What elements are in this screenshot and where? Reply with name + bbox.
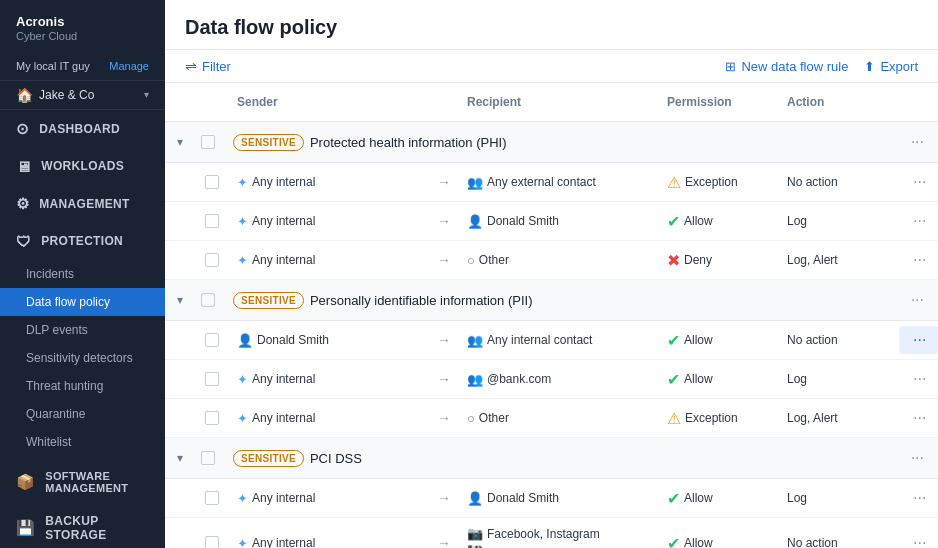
- sender-star-icon: ✦: [237, 372, 248, 387]
- sidebar-item-quarantine[interactable]: Quarantine: [0, 400, 165, 428]
- sidebar-item-dlp-events[interactable]: DLP events: [0, 316, 165, 344]
- org-name: Jake & Co: [39, 88, 138, 102]
- action-cell: Log, Alert: [779, 408, 899, 428]
- protection-label: PROTECTION: [41, 234, 123, 248]
- more-btn-cell[interactable]: ···: [899, 246, 938, 274]
- more-icon[interactable]: ···: [907, 210, 932, 232]
- badge-pii: SENSITIVE: [233, 292, 304, 309]
- checkbox[interactable]: [205, 175, 219, 189]
- deny-icon: ✖: [667, 251, 680, 270]
- exception-icon: ⚠: [667, 173, 681, 192]
- sidebar-item-management[interactable]: ⚙ MANAGEMENT: [0, 185, 165, 223]
- more-btn-cell[interactable]: ···: [899, 207, 938, 235]
- permission-cell: ⚠Exception: [659, 170, 779, 195]
- more-btn-cell[interactable]: ···: [899, 404, 938, 432]
- checkbox[interactable]: [205, 214, 219, 228]
- sidebar-item-workloads[interactable]: 🖥 WORKLOADS: [0, 148, 165, 185]
- permission-cell: ✔Allow: [659, 328, 779, 353]
- checkbox[interactable]: [205, 333, 219, 347]
- sidebar-item-whitelist[interactable]: Whitelist: [0, 428, 165, 456]
- more-icon[interactable]: ···: [907, 249, 932, 271]
- arrow-cell: →: [429, 407, 459, 429]
- checkbox[interactable]: [205, 372, 219, 386]
- more-icon[interactable]: ···: [905, 447, 930, 469]
- filter-button[interactable]: ⇌ Filter: [185, 58, 231, 74]
- recipient-group-icon: 👥: [467, 175, 483, 190]
- sidebar-item-software-management[interactable]: 📦 SOFTWARE MANAGEMENT: [0, 460, 165, 504]
- org-selector[interactable]: 🏠 Jake & Co ▾: [0, 81, 165, 110]
- more-pii-group[interactable]: ···: [898, 286, 938, 314]
- sidebar-item-backup-storage[interactable]: 💾 BACKUP STORAGE: [0, 504, 165, 548]
- more-pci-group[interactable]: ···: [898, 444, 938, 472]
- recipient-cell: ○Other: [459, 408, 659, 429]
- table-container: Sender Recipient Permission Action ▾ SEN…: [165, 83, 938, 548]
- management-icon: ⚙: [16, 195, 29, 213]
- sidebar-item-incidents[interactable]: Incidents: [0, 260, 165, 288]
- more-icon[interactable]: ···: [907, 487, 932, 509]
- recipient-other-icon: ○: [467, 411, 475, 426]
- more-icon[interactable]: ···: [907, 407, 932, 429]
- check-pci[interactable]: [193, 448, 225, 468]
- dashboard-icon: ⊙: [16, 120, 29, 138]
- sidebar-item-protection[interactable]: 🛡 PROTECTION: [0, 223, 165, 260]
- filter-label: Filter: [202, 59, 231, 74]
- quarantine-label: Quarantine: [26, 407, 85, 421]
- collapse-phi[interactable]: ▾: [165, 130, 193, 154]
- filter-icon: ⇌: [185, 58, 197, 74]
- checkbox[interactable]: [205, 253, 219, 267]
- collapse-pci[interactable]: ▾: [165, 446, 193, 470]
- manage-link[interactable]: Manage: [109, 60, 149, 72]
- more-btn-cell[interactable]: ···: [899, 365, 938, 393]
- more-btn-cell[interactable]: ···: [899, 484, 938, 512]
- recipient-cell: ○Other: [459, 250, 659, 271]
- recipient-person-icon: 👤: [467, 214, 483, 229]
- arrow-cell: →: [429, 532, 459, 548]
- collapse-icon: ▾: [173, 291, 187, 309]
- group-title-pii: Personally identifiable information (PII…: [310, 293, 533, 308]
- checkbox[interactable]: [205, 536, 219, 548]
- more-btn-cell[interactable]: ···: [899, 168, 938, 196]
- permission-cell: ✔Allow: [659, 367, 779, 392]
- more-icon[interactable]: ···: [905, 289, 930, 311]
- checkbox[interactable]: [205, 491, 219, 505]
- arrow-cell: →: [429, 368, 459, 390]
- sender-star-icon: ✦: [237, 253, 248, 268]
- table-row: ✦Any internal → 👤Donald Smith ✔Allow Log…: [165, 202, 938, 241]
- action-cell: No action: [779, 533, 899, 548]
- allow-icon: ✔: [667, 212, 680, 231]
- checkbox[interactable]: [205, 411, 219, 425]
- checkbox-pci[interactable]: [201, 451, 215, 465]
- checkbox-pii[interactable]: [201, 293, 215, 307]
- sidebar-item-threat-hunting[interactable]: Threat hunting: [0, 372, 165, 400]
- table-row: ✦Any internal → ○Other ✖Deny Log, Alert …: [165, 241, 938, 280]
- recipient-person-icon: 👤: [467, 491, 483, 506]
- arrow-cell: →: [429, 171, 459, 193]
- whitelist-label: Whitelist: [26, 435, 71, 449]
- sidebar-item-dashboard[interactable]: ⊙ DASHBOARD: [0, 110, 165, 148]
- arrow-cell: →: [429, 210, 459, 232]
- exception-icon: ⚠: [667, 409, 681, 428]
- more-icon[interactable]: ···: [907, 368, 932, 390]
- more-icon[interactable]: ···: [905, 131, 930, 153]
- sidebar-item-sensitivity-detectors[interactable]: Sensitivity detectors: [0, 344, 165, 372]
- more-btn-cell[interactable]: ···: [899, 529, 938, 548]
- more-icon[interactable]: ···: [907, 532, 932, 548]
- export-button[interactable]: ⬆ Export: [864, 59, 918, 74]
- check-phi[interactable]: [193, 132, 225, 152]
- new-rule-button[interactable]: ⊞ New data flow rule: [725, 59, 848, 74]
- more-icon[interactable]: ···: [907, 329, 932, 351]
- sidebar-item-data-flow-policy[interactable]: Data flow policy: [0, 288, 165, 316]
- collapse-pii[interactable]: ▾: [165, 288, 193, 312]
- col-permission: Permission: [659, 91, 779, 113]
- new-rule-icon: ⊞: [725, 59, 736, 74]
- checkbox-phi[interactable]: [201, 135, 215, 149]
- sender-cell: ✦Any internal: [229, 211, 429, 232]
- more-btn-cell[interactable]: ···: [899, 326, 938, 354]
- more-phi-group[interactable]: ···: [898, 128, 938, 156]
- more-icon[interactable]: ···: [907, 171, 932, 193]
- action-cell: Log: [779, 488, 899, 508]
- action-cell: Log, Alert: [779, 250, 899, 270]
- sender-star-icon: ✦: [237, 175, 248, 190]
- check-pii[interactable]: [193, 290, 225, 310]
- collapse-icon: ▾: [173, 133, 187, 151]
